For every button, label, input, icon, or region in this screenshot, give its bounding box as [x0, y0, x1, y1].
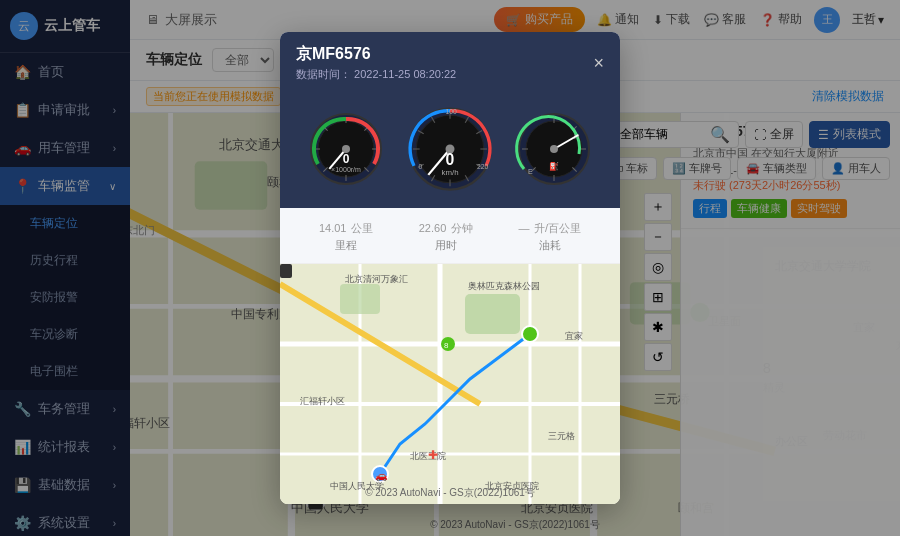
svg-text:km/h: km/h — [441, 168, 458, 177]
svg-text:×1000r/m: ×1000r/m — [331, 166, 361, 173]
svg-rect-106 — [280, 264, 292, 278]
fuel-unit: 升/百公里 — [534, 222, 581, 234]
modal-close-btn[interactable]: × — [593, 53, 604, 74]
gauge-rpm: 0 ×1000r/m — [306, 109, 386, 189]
stat-fuel-value: — 升/百公里 — [519, 218, 582, 236]
svg-text:0: 0 — [418, 163, 422, 170]
modal-header: 京MF6576 数据时间： 2022-11-25 08:20:22 × — [280, 32, 620, 94]
svg-text:宜家: 宜家 — [565, 331, 583, 341]
mileage-label: 里程 — [319, 238, 373, 253]
gauge-fuel: E H ⛽ — [514, 109, 594, 189]
modal-map: 🚗 北京清河万象汇 奥林匹克森林公园 汇福轩小区 北医三院 中国人民大学 北京安… — [280, 264, 620, 504]
gauge-speed-svg: 0 100 220 0 km/h — [405, 104, 495, 194]
svg-point-108 — [522, 326, 538, 342]
svg-text:汇福轩小区: 汇福轩小区 — [300, 396, 345, 406]
duration-label: 用时 — [419, 238, 473, 253]
svg-text:8: 8 — [444, 341, 449, 350]
stat-fuel: — 升/百公里 油耗 — [519, 218, 582, 253]
duration-unit: 分钟 — [451, 222, 473, 234]
svg-text:三元格: 三元格 — [548, 431, 575, 441]
svg-text:0: 0 — [342, 152, 349, 166]
svg-text:奥林匹克森林公园: 奥林匹克森林公园 — [468, 281, 540, 291]
stat-mileage-value: 14.01 公里 — [319, 218, 373, 236]
modal-stats: 14.01 公里 里程 22.60 分钟 用时 — 升/百公里 油耗 — [280, 208, 620, 264]
vehicle-detail-modal: 京MF6576 数据时间： 2022-11-25 08:20:22 × — [280, 32, 620, 504]
svg-text:北京清河万象汇: 北京清河万象汇 — [345, 274, 408, 284]
fuel-number: — — [519, 222, 530, 234]
stat-duration: 22.60 分钟 用时 — [419, 218, 473, 253]
stat-mileage: 14.01 公里 里程 — [319, 218, 373, 253]
modal-time-label: 数据时间： — [296, 68, 351, 80]
mileage-unit: 公里 — [351, 222, 373, 234]
svg-text:⛽: ⛽ — [549, 161, 559, 171]
modal-map-svg: 🚗 北京清河万象汇 奥林匹克森林公园 汇福轩小区 北医三院 中国人民大学 北京安… — [280, 264, 620, 504]
stat-duration-value: 22.60 分钟 — [419, 218, 473, 236]
fuel-label: 油耗 — [519, 238, 582, 253]
modal-plate: 京MF6576 — [296, 44, 456, 65]
modal-gauges: 0 ×1000r/m — [280, 94, 620, 208]
gauge-rpm-svg: 0 ×1000r/m — [306, 109, 386, 189]
modal-overlay: 京MF6576 数据时间： 2022-11-25 08:20:22 × — [0, 0, 900, 536]
gauge-fuel-svg: E H ⛽ — [514, 109, 594, 189]
svg-text:✚: ✚ — [428, 448, 438, 462]
modal-time: 数据时间： 2022-11-25 08:20:22 — [296, 67, 456, 82]
svg-text:100: 100 — [445, 108, 457, 115]
svg-text:E: E — [528, 168, 533, 175]
duration-number: 22.60 — [419, 222, 447, 234]
modal-time-value: 2022-11-25 08:20:22 — [354, 68, 456, 80]
svg-rect-103 — [465, 294, 520, 334]
gauge-speed: 0 100 220 0 km/h — [405, 104, 495, 194]
svg-point-92 — [550, 145, 558, 153]
mileage-number: 14.01 — [319, 222, 347, 234]
svg-text:0: 0 — [446, 151, 455, 168]
modal-map-attribution: © 2023 AutoNavi - GS京(2022)1061号 — [365, 486, 535, 500]
svg-rect-104 — [340, 284, 380, 314]
svg-text:220: 220 — [477, 163, 489, 170]
